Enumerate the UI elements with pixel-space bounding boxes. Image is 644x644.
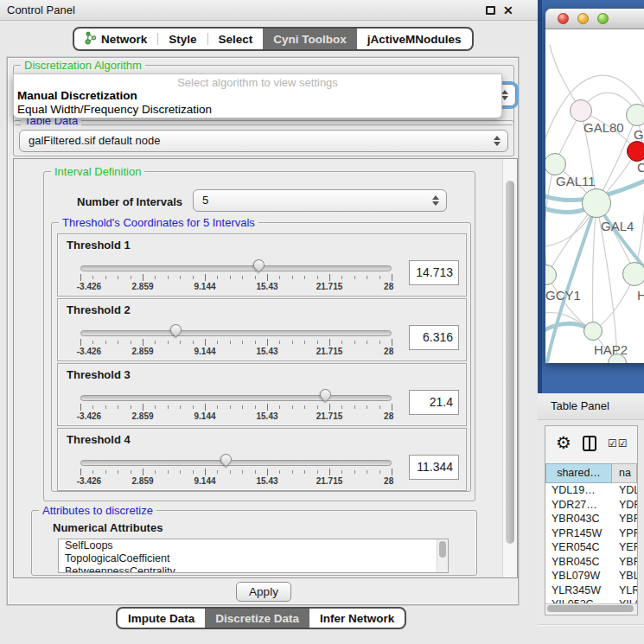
tick-mark xyxy=(317,405,318,409)
attributes-scrollbar[interactable] xyxy=(437,539,448,572)
panel-vertical-scrollbar[interactable] xyxy=(502,159,517,577)
threshold-value-field[interactable]: 21.4 xyxy=(409,390,459,415)
tick-mark xyxy=(217,470,218,474)
tab-jactivemnodules[interactable]: jActiveMNodules xyxy=(357,29,472,49)
table-row[interactable]: YBR045CYBR0 xyxy=(545,555,637,570)
cell-name: YLR3 xyxy=(612,583,637,598)
tick-mark xyxy=(143,339,143,346)
slider-track[interactable] xyxy=(80,265,392,271)
network-node-h[interactable] xyxy=(622,262,644,286)
tick-mark xyxy=(180,405,181,409)
tick-mark xyxy=(329,274,330,281)
scale-label: 15.43 xyxy=(256,282,277,291)
tick-mark xyxy=(279,341,280,344)
tab-style[interactable]: Style xyxy=(158,29,207,49)
table-row[interactable]: YDR27…YDR2 xyxy=(545,498,637,513)
network-node-hap2[interactable] xyxy=(583,322,603,341)
node-label: H xyxy=(637,288,644,303)
split-panel-icon[interactable] xyxy=(583,436,596,451)
gear-icon[interactable]: ⚙ xyxy=(556,432,571,453)
apply-button[interactable]: Apply xyxy=(236,582,291,602)
cell-shared-name: YER054C xyxy=(545,540,612,555)
zoom-traffic-light-icon[interactable] xyxy=(597,13,609,24)
table-row[interactable]: YBR043CYBR0 xyxy=(545,512,637,526)
scrollbar-thumb[interactable] xyxy=(547,605,634,612)
attribute-list-item[interactable]: TopologicalCoefficient xyxy=(59,552,448,565)
tick-mark xyxy=(131,341,131,344)
table-data-combobox[interactable]: galFiltered.sif default node xyxy=(19,130,508,152)
dropdown-option[interactable]: Equal Width/Frequency Discretization xyxy=(14,103,501,117)
table-row[interactable]: YDL19…YDL1 xyxy=(545,483,637,498)
scrollbar-thumb[interactable] xyxy=(506,181,514,544)
table-row[interactable]: YIL052CYIL0 xyxy=(545,597,637,603)
threshold-value-field[interactable]: 11.344 xyxy=(409,455,459,480)
dropdown-option[interactable]: Manual Discretization xyxy=(14,89,501,103)
tab-label: Style xyxy=(169,33,196,46)
cell-shared-name: YDL19… xyxy=(545,483,612,498)
tab-discretize-data[interactable]: Discretize Data xyxy=(205,609,309,628)
tab-impute-data[interactable]: Impute Data xyxy=(118,609,205,628)
tick-mark xyxy=(279,276,280,279)
cell-shared-name: YIL052C xyxy=(545,597,612,603)
slider-track[interactable] xyxy=(80,460,392,466)
float-window-icon[interactable] xyxy=(486,6,495,15)
threshold-value-field[interactable]: 14.713 xyxy=(409,260,459,285)
network-view-window[interactable]: GAL80GACGAL11GAL4GCY1HHAP2 xyxy=(545,9,644,363)
tick-mark xyxy=(317,470,318,474)
table-horizontal-scrollbar[interactable] xyxy=(545,603,637,613)
slider-track[interactable] xyxy=(80,330,392,336)
tick-mark xyxy=(155,470,156,474)
network-canvas[interactable]: GAL80GACGAL11GAL4GCY1HHAP2 xyxy=(545,29,644,363)
scale-label: 9.144 xyxy=(194,476,215,486)
tick-mark xyxy=(292,276,293,279)
interval-definition-group: Interval Definition Number of Intervals … xyxy=(43,171,475,501)
tick-mark xyxy=(392,339,392,346)
minimize-traffic-light-icon[interactable] xyxy=(577,13,589,24)
network-node-gal80[interactable] xyxy=(570,99,592,122)
close-traffic-light-icon[interactable] xyxy=(558,13,569,24)
scrollbar-thumb[interactable] xyxy=(439,541,446,558)
tab-network[interactable]: Network xyxy=(74,29,157,49)
tick-mark xyxy=(217,341,218,344)
tick-mark xyxy=(80,274,81,281)
column-header-name[interactable]: na xyxy=(612,463,637,483)
network-node-gal4[interactable] xyxy=(582,188,611,218)
tab-select[interactable]: Select xyxy=(208,29,264,49)
combo-stepper-icon xyxy=(494,136,501,146)
table-row[interactable]: YER054CYER0 xyxy=(545,540,637,555)
network-node-ga[interactable] xyxy=(626,104,644,126)
attribute-list-item[interactable]: BetweennessCentrality xyxy=(59,565,448,573)
threshold-panel: Threshold 3 -3.4262.8599.14415.4321.7152… xyxy=(57,363,467,426)
cell-shared-name: YPR145W xyxy=(545,526,612,541)
cell-name: YDR2 xyxy=(612,498,637,513)
attribute-list-item[interactable]: SelfLoops xyxy=(59,539,448,552)
cell-name: YER0 xyxy=(612,540,637,555)
tick-mark xyxy=(217,405,218,409)
tick-mark xyxy=(292,470,293,474)
table-row[interactable]: YLR345WYLR3 xyxy=(545,583,637,598)
tick-mark xyxy=(168,341,169,344)
tab-cyni-toolbox[interactable]: Cyni Toolbox xyxy=(263,29,357,49)
discretization-algorithm-title: Discretization Algorithm xyxy=(21,59,145,72)
tick-mark xyxy=(92,470,93,474)
column-header-shared-name[interactable]: shared… xyxy=(545,463,612,483)
tick-mark xyxy=(92,341,93,344)
slider-track[interactable] xyxy=(80,395,392,401)
tick-mark xyxy=(392,469,392,475)
threshold-label: Threshold 1 xyxy=(67,239,131,252)
threshold-value-field[interactable]: 6.316 xyxy=(409,325,459,350)
tick-mark xyxy=(230,276,231,279)
slider-ticks xyxy=(80,404,392,411)
close-icon[interactable]: ✕ xyxy=(503,2,513,19)
select-columns-icon[interactable]: ☑☑ xyxy=(608,437,628,450)
tick-mark xyxy=(180,276,181,279)
panel-title: Control Panel xyxy=(7,0,75,20)
dropdown-options: Manual DiscretizationEqual Width/Frequen… xyxy=(14,89,501,117)
network-node-c[interactable] xyxy=(627,141,644,162)
table-row[interactable]: YBL079WYBL0 xyxy=(545,569,637,583)
table-row[interactable]: YPR145WYPR1 xyxy=(545,526,637,541)
tick-mark xyxy=(367,341,367,344)
numerical-attributes-list[interactable]: SelfLoopsTopologicalCoefficientBetweenne… xyxy=(58,539,449,573)
tab-infer-network[interactable]: Infer Network xyxy=(309,609,405,628)
number-of-intervals-combobox[interactable]: 5 xyxy=(193,189,447,212)
